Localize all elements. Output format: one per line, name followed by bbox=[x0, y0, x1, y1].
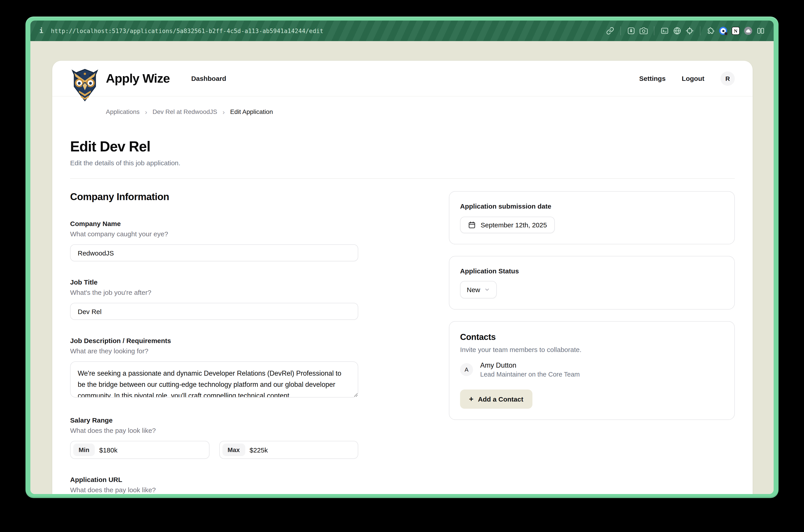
page-viewport: Apply Wize Dashboard Settings Logout R A… bbox=[31, 41, 773, 494]
salary-row: Min Max bbox=[70, 441, 358, 459]
breadcrumb-current: Edit Application bbox=[230, 108, 273, 115]
terminal-icon[interactable] bbox=[661, 27, 669, 35]
main-content: Company Information Company Name What co… bbox=[52, 191, 753, 494]
min-badge: Min bbox=[73, 443, 95, 456]
job-description-helper: What are they looking for? bbox=[70, 347, 358, 355]
breadcrumb: Applications › Dev Rel at RedwoodJS › Ed… bbox=[52, 96, 753, 115]
breadcrumb-applications[interactable]: Applications bbox=[106, 108, 139, 115]
company-form: Company Information Company Name What co… bbox=[70, 191, 358, 494]
crosshair-icon[interactable] bbox=[686, 27, 694, 35]
submission-date-label: Application submission date bbox=[460, 202, 724, 210]
status-value: New bbox=[467, 286, 480, 293]
url-bar[interactable]: http://localhost:5173/applications/5a832… bbox=[51, 27, 606, 34]
app-header: Apply Wize Dashboard Settings Logout R bbox=[52, 61, 753, 96]
toolbar-divider bbox=[654, 26, 654, 35]
job-title-helper: What's the job you're after? bbox=[70, 288, 358, 296]
contacts-card: Contacts Invite your team members to col… bbox=[449, 321, 735, 420]
nav-dashboard[interactable]: Dashboard bbox=[191, 75, 226, 82]
breadcrumb-job[interactable]: Dev Rel at RedwoodJS bbox=[153, 108, 217, 115]
field-salary-range: Salary Range What does the pay look like… bbox=[70, 416, 358, 459]
salary-range-helper: What does the pay look like? bbox=[70, 426, 358, 434]
contact-list-item: A Amy Dutton Lead Maintainer on the Core… bbox=[460, 361, 724, 378]
section-title: Company Information bbox=[70, 191, 358, 203]
browser-window-frame: i http://localhost:5173/applications/5a8… bbox=[25, 17, 779, 498]
salary-min-input[interactable] bbox=[99, 446, 206, 454]
toolbar-divider bbox=[700, 26, 701, 35]
onepassword-keyhole bbox=[722, 30, 724, 32]
settings-link[interactable]: Settings bbox=[639, 75, 666, 82]
application-url-label: Application URL bbox=[70, 476, 358, 483]
contacts-subtitle: Invite your team members to collaborate. bbox=[460, 346, 724, 353]
company-name-label: Company Name bbox=[70, 220, 358, 227]
browser-toolbar: i http://localhost:5173/applications/5a8… bbox=[31, 21, 773, 41]
extensions-puzzle-icon[interactable] bbox=[707, 27, 715, 35]
add-contact-label: Add a Contact bbox=[478, 395, 523, 403]
contacts-title: Contacts bbox=[460, 332, 724, 342]
job-title-label: Job Title bbox=[70, 278, 358, 286]
company-name-helper: What company caught your eye? bbox=[70, 230, 358, 238]
split-view-icon[interactable] bbox=[757, 27, 765, 35]
chevron-right-icon: › bbox=[223, 108, 225, 115]
side-panel: Application submission date September 12… bbox=[449, 191, 735, 494]
info-icon[interactable]: i bbox=[39, 27, 43, 35]
date-value: September 12th, 2025 bbox=[481, 221, 547, 229]
job-title-input[interactable] bbox=[70, 303, 358, 320]
divider bbox=[70, 178, 735, 179]
toolbar-icons: N bbox=[606, 26, 765, 35]
field-job-description: Job Description / Requirements What are … bbox=[70, 337, 358, 399]
company-name-input[interactable] bbox=[70, 244, 358, 261]
brand-title: Apply Wize bbox=[106, 71, 170, 86]
page-title: Edit Dev Rel bbox=[70, 138, 735, 155]
user-avatar[interactable]: R bbox=[721, 71, 735, 86]
add-contact-button[interactable]: + Add a Contact bbox=[460, 390, 532, 409]
link-icon[interactable] bbox=[606, 27, 614, 35]
screen: i http://localhost:5173/applications/5a8… bbox=[0, 0, 804, 532]
camera-icon[interactable] bbox=[639, 27, 648, 35]
chevron-down-icon bbox=[484, 287, 490, 292]
contact-avatar: A bbox=[460, 363, 473, 376]
header-right: Settings Logout R bbox=[639, 71, 735, 86]
status-select[interactable]: New bbox=[460, 281, 497, 298]
status-label: Application Status bbox=[460, 267, 724, 275]
salary-min-box: Min bbox=[70, 441, 209, 459]
contact-role: Lead Maintainer on the Core Team bbox=[480, 371, 580, 378]
logout-link[interactable]: Logout bbox=[682, 75, 704, 82]
image-icon[interactable] bbox=[627, 27, 635, 35]
browser: i http://localhost:5173/applications/5a8… bbox=[31, 21, 773, 494]
calendar-icon bbox=[468, 221, 476, 229]
submission-date-card: Application submission date September 12… bbox=[449, 191, 735, 244]
job-description-textarea[interactable]: We're seeking a passionate and dynamic D… bbox=[70, 361, 358, 398]
status-card: Application Status New bbox=[449, 256, 735, 309]
salary-max-box: Max bbox=[219, 441, 358, 459]
application-url-helper: What does the pay look like? bbox=[70, 486, 358, 494]
title-block: Edit Dev Rel Edit the details of this jo… bbox=[52, 138, 753, 167]
owl-logo bbox=[70, 69, 100, 102]
plus-icon: + bbox=[469, 395, 474, 403]
cloud-icon[interactable] bbox=[744, 27, 752, 35]
salary-max-input[interactable] bbox=[249, 446, 355, 454]
toolbar-divider bbox=[620, 26, 621, 35]
max-badge: Max bbox=[222, 443, 245, 456]
onepassword-icon[interactable] bbox=[719, 27, 727, 35]
globe-icon[interactable] bbox=[673, 27, 681, 35]
page-subtitle: Edit the details of this job application… bbox=[70, 159, 735, 167]
lock-badge-icon bbox=[725, 32, 728, 35]
contact-name: Amy Dutton bbox=[480, 361, 580, 369]
date-picker-button[interactable]: September 12th, 2025 bbox=[460, 217, 555, 233]
chevron-right-icon: › bbox=[145, 108, 147, 115]
notion-icon[interactable]: N bbox=[732, 27, 740, 35]
field-company-name: Company Name What company caught your ey… bbox=[70, 220, 358, 261]
app-card: Apply Wize Dashboard Settings Logout R A… bbox=[52, 61, 753, 494]
field-application-url: Application URL What does the pay look l… bbox=[70, 476, 358, 494]
contact-info: Amy Dutton Lead Maintainer on the Core T… bbox=[480, 361, 580, 378]
job-description-label: Job Description / Requirements bbox=[70, 337, 358, 344]
field-job-title: Job Title What's the job you're after? bbox=[70, 278, 358, 320]
salary-range-label: Salary Range bbox=[70, 416, 358, 424]
